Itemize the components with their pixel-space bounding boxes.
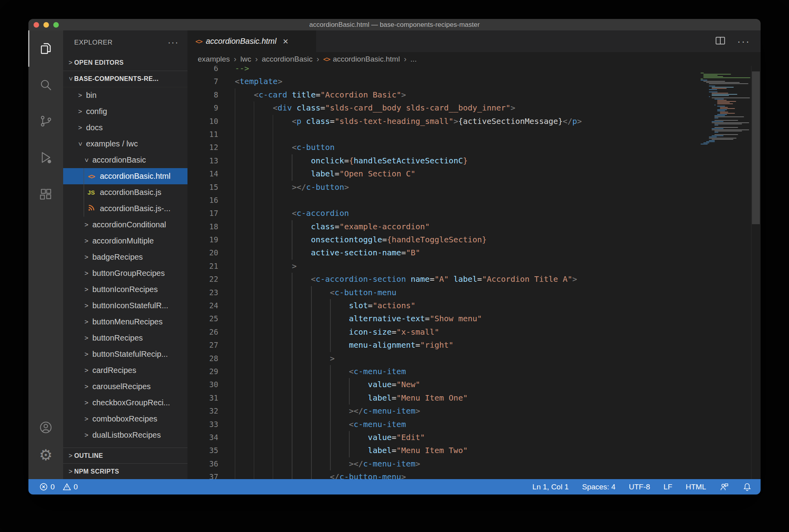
code-line-10[interactable]: 10<p class="slds-text-heading_small">{ac… xyxy=(187,115,761,128)
code-line-36[interactable]: 36></c-menu-item> xyxy=(187,457,761,470)
warning-status-item[interactable]: 0 xyxy=(63,483,78,491)
sidebar-item-accordionbasic-html[interactable]: <>accordionBasic.html xyxy=(63,168,187,184)
sidebar-item-buttonstatefulrecip-[interactable]: >buttonStatefulRecip... xyxy=(63,346,187,362)
code-line-21[interactable]: 21> xyxy=(187,260,761,273)
minimap-bar xyxy=(720,113,735,114)
open-editors-section[interactable]: > OPEN EDITORS xyxy=(63,55,187,71)
code-line-29[interactable]: 29<c-menu-item xyxy=(187,365,761,378)
sidebar-item-badgerecipes[interactable]: >badgeRecipes xyxy=(63,249,187,265)
sidebar-item-formatteddatetime[interactable]: >formattedDateTime xyxy=(63,443,187,448)
explorer-icon[interactable] xyxy=(28,30,63,67)
breadcrumb-item[interactable]: accordionBasic xyxy=(262,55,313,64)
code-line-32[interactable]: 32></c-menu-item> xyxy=(187,405,761,418)
code-line-12[interactable]: 12<c-button xyxy=(187,141,761,154)
code-line-16[interactable]: 16 xyxy=(187,194,761,207)
status-item-lf[interactable]: LF xyxy=(663,483,672,491)
close-window-button[interactable] xyxy=(34,22,39,28)
feedback-status-item[interactable] xyxy=(720,482,729,492)
sidebar-item-examples-lwc[interactable]: >examples / lwc xyxy=(63,136,187,152)
section-npm-scripts[interactable]: >NPM SCRIPTS xyxy=(63,463,187,479)
code-line-24[interactable]: 24slot="actions" xyxy=(187,299,761,312)
sidebar-item-buttoniconstatefulr-[interactable]: >buttonIconStatefulR... xyxy=(63,298,187,314)
sidebar-item-bin[interactable]: >bin xyxy=(63,87,187,103)
sidebar-item-buttonmenurecipes[interactable]: >buttonMenuRecipes xyxy=(63,314,187,330)
code-line-34[interactable]: 34value="Edit" xyxy=(187,431,761,444)
code-line-37[interactable]: 37</c-button-menu> xyxy=(187,470,761,479)
status-item-html[interactable]: HTML xyxy=(686,483,706,491)
status-item-ln-1-col-1[interactable]: Ln 1, Col 1 xyxy=(532,483,569,491)
zoom-window-button[interactable] xyxy=(53,22,59,28)
sidebar-item-buttonrecipes[interactable]: >buttonRecipes xyxy=(63,330,187,346)
code-line-9[interactable]: 9<div class="slds-card__body slds-card__… xyxy=(187,101,761,114)
minimap-bar xyxy=(712,122,749,123)
account-icon[interactable] xyxy=(28,414,63,441)
code-line-27[interactable]: 27menu-alignment="right" xyxy=(187,339,761,352)
sidebar-item-carouselrecipes[interactable]: >carouselRecipes xyxy=(63,378,187,395)
code-line-13[interactable]: 13onclick={handleSetActiveSectionC} xyxy=(187,154,761,167)
sidebar-item-config[interactable]: >config xyxy=(63,103,187,120)
breadcrumb-item[interactable]: examples xyxy=(198,55,230,64)
activity-bar: ⚙ xyxy=(28,30,63,479)
code-line-28[interactable]: 28> xyxy=(187,352,761,365)
code-line-31[interactable]: 31label="Menu Item One" xyxy=(187,392,761,405)
tab-accordionBasic-html[interactable]: <> accordionBasic.html × xyxy=(187,30,316,52)
section-outline[interactable]: >OUTLINE xyxy=(63,448,187,463)
code-line-20[interactable]: 20active-section-name="B" xyxy=(187,246,761,259)
code-line-26[interactable]: 26icon-size="x-small" xyxy=(187,326,761,339)
sidebar-item-accordionbasic-js-[interactable]: accordionBasic.js-... xyxy=(63,200,187,217)
explorer-actions-icon[interactable]: ··· xyxy=(168,41,179,45)
more-actions-icon[interactable]: ··· xyxy=(737,40,750,43)
code-line-14[interactable]: 14label="Open Section C" xyxy=(187,167,761,180)
code-token: "Menu Item One" xyxy=(396,393,468,403)
code-line-8[interactable]: 8<c-card title="Accordion Basic"> xyxy=(187,88,761,101)
code-line-11[interactable]: 11 xyxy=(187,128,761,141)
code-editor[interactable]: 6-->7<template>8<c-card title="Accordion… xyxy=(187,66,761,479)
code-token: = xyxy=(425,314,430,323)
search-icon[interactable] xyxy=(28,67,63,103)
settings-gear-icon[interactable]: ⚙ xyxy=(28,441,63,469)
sidebar-item-buttongrouprecipes[interactable]: >buttonGroupRecipes xyxy=(63,265,187,281)
code-line-30[interactable]: 30value="New" xyxy=(187,378,761,391)
code-line-25[interactable]: 25alternative-text="Show menu" xyxy=(187,312,761,325)
status-item-spaces-4[interactable]: Spaces: 4 xyxy=(582,483,616,491)
status-item-utf-8[interactable]: UTF-8 xyxy=(629,483,650,491)
sidebar-item-docs[interactable]: >docs xyxy=(63,120,187,136)
sidebar-item-comboboxrecipes[interactable]: >comboboxRecipes xyxy=(63,411,187,427)
code-line-22[interactable]: 22<c-accordion-section name="A" label="A… xyxy=(187,273,761,286)
error-status-item[interactable]: 0 xyxy=(39,483,55,491)
code-line-33[interactable]: 33<c-menu-item xyxy=(187,418,761,431)
code-line-35[interactable]: 35label="Menu Item Two" xyxy=(187,444,761,457)
indent-guide xyxy=(254,312,273,325)
close-tab-icon[interactable]: × xyxy=(283,37,288,46)
sidebar-item-buttoniconrecipes[interactable]: >buttonIconRecipes xyxy=(63,281,187,298)
sidebar-item-accordionbasic-js[interactable]: JSaccordionBasic.js xyxy=(63,184,187,200)
sidebar-item-accordionmultiple[interactable]: >accordionMultiple xyxy=(63,233,187,249)
sidebar-item-checkboxgroupreci-[interactable]: >checkboxGroupReci... xyxy=(63,395,187,411)
code-line-18[interactable]: 18class="example-accordion" xyxy=(187,220,761,233)
minimize-window-button[interactable] xyxy=(43,22,49,28)
root-folder-section[interactable]: > BASE-COMPONENTS-RE... xyxy=(63,71,187,87)
vertical-scrollbar[interactable] xyxy=(752,71,760,224)
code-line-7[interactable]: 7<template> xyxy=(187,75,761,88)
split-editor-icon[interactable] xyxy=(715,36,725,47)
breadcrumb-item[interactable]: accordionBasic.html xyxy=(333,55,400,64)
sidebar-item-accordionbasic[interactable]: >accordionBasic xyxy=(63,152,187,168)
minimap[interactable] xyxy=(701,73,750,145)
breadcrumb-item[interactable]: ... xyxy=(410,55,417,64)
code-line-15[interactable]: 15></c-button> xyxy=(187,181,761,194)
code-token: < xyxy=(311,274,316,284)
extensions-icon[interactable] xyxy=(28,176,63,212)
source-control-icon[interactable] xyxy=(28,103,63,139)
code-line-23[interactable]: 23<c-button-menu xyxy=(187,286,761,299)
sidebar-item-cardrecipes[interactable]: >cardRecipes xyxy=(63,362,187,378)
code-line-19[interactable]: 19onsectiontoggle={handleToggleSection} xyxy=(187,233,761,246)
sidebar-item-accordionconditional[interactable]: >accordionConditional xyxy=(63,217,187,233)
code-line-6[interactable]: 6--> xyxy=(187,66,761,75)
bell-status-item[interactable] xyxy=(742,482,752,492)
sidebar-item-duallistboxrecipes[interactable]: >dualListboxRecipes xyxy=(63,427,187,443)
run-debug-icon[interactable] xyxy=(28,139,63,176)
breadcrumb-item[interactable]: lwc xyxy=(240,55,251,64)
code-token: > xyxy=(416,406,420,416)
code-line-17[interactable]: 17<c-accordion xyxy=(187,207,761,220)
minimap-bar xyxy=(709,86,715,86)
